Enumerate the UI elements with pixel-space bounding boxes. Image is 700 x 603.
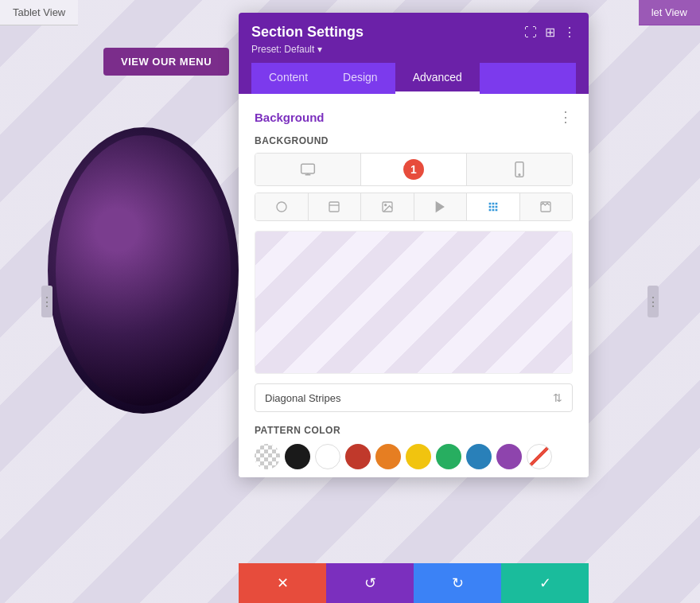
fullscreen-icon[interactable]: ⛶: [524, 25, 537, 40]
color-swatch-blue[interactable]: [466, 444, 492, 469]
view-menu-button[interactable]: View Our Menu: [103, 48, 229, 76]
tab-content[interactable]: Content: [251, 63, 325, 94]
bowl-image: [48, 127, 239, 414]
bg-type-mask[interactable]: [520, 193, 573, 220]
svg-rect-7: [329, 202, 339, 212]
color-swatch-none[interactable]: [527, 444, 552, 469]
bottom-toolbar: ✕ ↺ ↻ ✓: [239, 563, 589, 603]
bg-type-row: [255, 193, 573, 221]
color-swatch-yellow[interactable]: [406, 444, 431, 469]
undo-button[interactable]: ↺: [326, 563, 414, 603]
settings-panel: Section Settings ⛶ ⊞ ⋮ Preset: Default ▾…: [239, 13, 589, 477]
tablet-bar-left: Tablet View: [0, 0, 78, 25]
bg-type-video[interactable]: [414, 193, 468, 220]
cancel-button[interactable]: ✕: [239, 563, 326, 603]
field-label: Background: [255, 135, 573, 146]
device-btn-tablet[interactable]: 1: [361, 154, 467, 185]
tab-advanced[interactable]: Advanced: [395, 63, 480, 94]
tablet-bar-right-label: let View: [651, 6, 687, 18]
bg-type-gradient[interactable]: [309, 193, 362, 220]
color-swatch-black[interactable]: [285, 444, 310, 469]
panel-header: Section Settings ⛶ ⊞ ⋮ Preset: Default ▾…: [239, 13, 589, 94]
more-icon[interactable]: ⋮: [563, 25, 576, 40]
dropdown-arrow-icon: ⇅: [553, 391, 562, 404]
svg-point-10: [384, 204, 386, 206]
bg-type-pattern[interactable]: [467, 193, 520, 220]
color-swatches: [255, 444, 573, 469]
section-header: Background ⋮: [255, 110, 573, 124]
save-button[interactable]: ✓: [501, 563, 589, 603]
redo-button[interactable]: ↻: [414, 563, 501, 603]
pattern-preview-inner: [255, 231, 572, 373]
color-swatch-transparent[interactable]: [255, 444, 280, 469]
color-swatch-green[interactable]: [436, 444, 461, 469]
pattern-color-label: Pattern Color: [255, 425, 573, 436]
device-btn-mobile[interactable]: [467, 154, 572, 185]
badge-1: 1: [403, 159, 424, 180]
color-swatch-white[interactable]: [315, 444, 340, 469]
grid-icon[interactable]: ⊞: [545, 25, 555, 40]
device-btn-desktop[interactable]: [255, 154, 361, 185]
panel-title: Section Settings: [251, 24, 364, 41]
panel-tabs: Content Design Advanced: [251, 63, 576, 94]
pattern-preview: [255, 231, 573, 374]
panel-body: Background ⋮ Background 1: [239, 94, 589, 477]
bg-type-image[interactable]: [361, 193, 414, 220]
panel-preset[interactable]: Preset: Default ▾: [251, 44, 576, 55]
color-swatch-red[interactable]: [345, 444, 371, 469]
section-more-icon[interactable]: ⋮: [558, 110, 573, 124]
svg-point-6: [519, 174, 520, 176]
bg-type-color[interactable]: [255, 193, 309, 220]
panel-header-icons: ⛶ ⊞ ⋮: [524, 25, 576, 40]
svg-rect-0: [301, 164, 315, 173]
color-swatch-orange[interactable]: [375, 444, 401, 469]
device-row: 1: [255, 153, 573, 186]
dropdown-label: Diagonal Stripes: [265, 392, 553, 404]
tablet-bar-right: let View: [639, 0, 700, 25]
tablet-bar-left-label: Tablet View: [13, 6, 65, 18]
tab-design[interactable]: Design: [325, 63, 395, 94]
section-title: Background: [255, 111, 325, 124]
resize-handle-left[interactable]: [41, 286, 52, 317]
pattern-dropdown[interactable]: Diagonal Stripes ⇅: [255, 383, 573, 412]
panel-header-top: Section Settings ⛶ ⊞ ⋮: [251, 24, 576, 41]
color-swatch-purple[interactable]: [496, 444, 522, 469]
resize-handle-right[interactable]: [648, 286, 659, 317]
svg-marker-11: [437, 202, 444, 212]
